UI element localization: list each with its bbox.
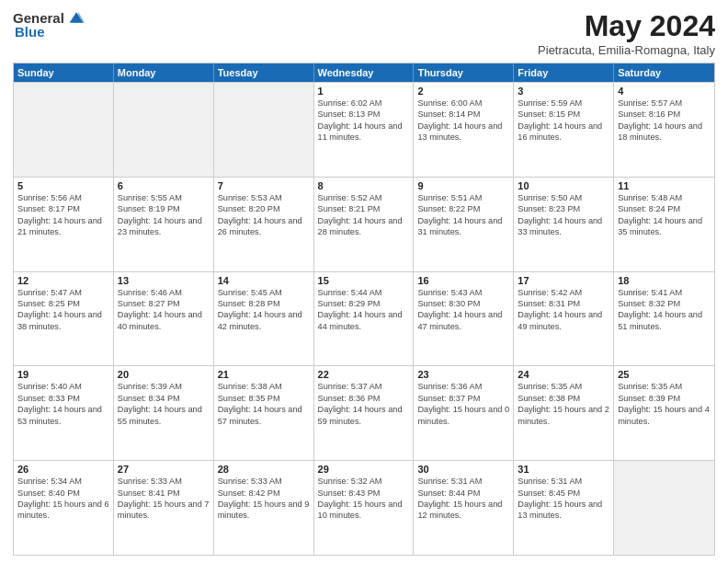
day-number: 31 (518, 464, 609, 475)
day-number: 9 (417, 180, 509, 191)
calendar-cell: 3Sunrise: 5:59 AMSunset: 8:15 PMDaylight… (514, 83, 614, 177)
sunrise-text: Sunrise: 5:40 AM (17, 381, 109, 392)
calendar-cell: 17Sunrise: 5:42 AMSunset: 8:31 PMDayligh… (514, 272, 614, 366)
calendar-row: 26Sunrise: 5:34 AMSunset: 8:40 PMDayligh… (14, 460, 714, 555)
calendar-cell: 15Sunrise: 5:44 AMSunset: 8:29 PMDayligh… (314, 272, 415, 366)
day-number: 28 (218, 464, 310, 475)
day-number: 12 (17, 275, 109, 286)
day-number: 16 (417, 275, 509, 286)
sunrise-text: Sunrise: 5:52 AM (318, 192, 410, 203)
calendar-cell: 30Sunrise: 5:31 AMSunset: 8:44 PMDayligh… (414, 461, 514, 555)
daylight-text: Daylight: 14 hours and 31 minutes. (417, 215, 509, 238)
calendar-row: 12Sunrise: 5:47 AMSunset: 8:25 PMDayligh… (14, 271, 714, 366)
calendar-cell: 20Sunrise: 5:39 AMSunset: 8:34 PMDayligh… (114, 366, 214, 460)
sunset-text: Sunset: 8:24 PM (618, 203, 711, 214)
day-number: 11 (618, 180, 711, 191)
sunset-text: Sunset: 8:28 PM (218, 298, 310, 309)
sunset-text: Sunset: 8:21 PM (318, 203, 410, 214)
day-number: 27 (118, 464, 210, 475)
sunset-text: Sunset: 8:16 PM (618, 109, 711, 120)
day-number: 29 (318, 464, 410, 475)
sunset-text: Sunset: 8:17 PM (17, 203, 109, 214)
daylight-text: Daylight: 14 hours and 18 minutes. (618, 121, 711, 144)
sunrise-text: Sunrise: 5:50 AM (518, 192, 609, 203)
calendar-cell: 13Sunrise: 5:46 AMSunset: 8:27 PMDayligh… (114, 272, 214, 366)
day-number: 1 (318, 86, 410, 97)
daylight-text: Daylight: 14 hours and 49 minutes. (518, 309, 609, 332)
weekday-header: Thursday (414, 63, 514, 82)
sunset-text: Sunset: 8:45 PM (518, 488, 609, 499)
sunrise-text: Sunrise: 5:33 AM (118, 476, 210, 487)
sunrise-text: Sunrise: 5:56 AM (17, 192, 109, 203)
daylight-text: Daylight: 14 hours and 28 minutes. (318, 215, 410, 238)
daylight-text: Daylight: 14 hours and 53 minutes. (17, 404, 109, 427)
sunrise-text: Sunrise: 5:51 AM (417, 192, 509, 203)
sunset-text: Sunset: 8:15 PM (518, 109, 609, 120)
sunrise-text: Sunrise: 5:53 AM (218, 192, 310, 203)
calendar-row: 1Sunrise: 6:02 AMSunset: 8:13 PMDaylight… (14, 82, 714, 177)
sunrise-text: Sunrise: 5:35 AM (518, 381, 609, 392)
day-number: 7 (218, 180, 310, 191)
sunset-text: Sunset: 8:33 PM (17, 393, 109, 404)
weekday-header: Friday (514, 63, 614, 82)
day-number: 20 (118, 369, 210, 380)
sunset-text: Sunset: 8:40 PM (17, 488, 109, 499)
sunrise-text: Sunrise: 5:48 AM (618, 192, 711, 203)
calendar-cell: 16Sunrise: 5:43 AMSunset: 8:30 PMDayligh… (414, 272, 514, 366)
day-number: 25 (618, 369, 711, 380)
sunset-text: Sunset: 8:36 PM (318, 393, 410, 404)
weekday-header: Monday (114, 63, 214, 82)
sunrise-text: Sunrise: 5:57 AM (618, 98, 711, 109)
sunrise-text: Sunrise: 5:33 AM (218, 476, 310, 487)
sunset-text: Sunset: 8:22 PM (417, 203, 509, 214)
sunset-text: Sunset: 8:39 PM (618, 393, 711, 404)
calendar-cell: 6Sunrise: 5:55 AMSunset: 8:19 PMDaylight… (114, 178, 214, 271)
sunset-text: Sunset: 8:30 PM (417, 298, 509, 309)
daylight-text: Daylight: 14 hours and 13 minutes. (417, 121, 509, 144)
sunset-text: Sunset: 8:25 PM (17, 298, 109, 309)
sunrise-text: Sunrise: 5:32 AM (318, 476, 410, 487)
daylight-text: Daylight: 14 hours and 23 minutes. (118, 215, 210, 238)
sunrise-text: Sunrise: 5:47 AM (17, 287, 109, 298)
daylight-text: Daylight: 14 hours and 57 minutes. (218, 404, 310, 427)
calendar-cell: 29Sunrise: 5:32 AMSunset: 8:43 PMDayligh… (314, 461, 415, 555)
sunset-text: Sunset: 8:37 PM (417, 393, 509, 404)
calendar-cell: 1Sunrise: 6:02 AMSunset: 8:13 PMDaylight… (314, 83, 415, 177)
sunset-text: Sunset: 8:43 PM (318, 488, 410, 499)
weekday-header: Sunday (14, 63, 114, 82)
day-number: 3 (518, 86, 609, 97)
sunrise-text: Sunrise: 5:34 AM (17, 476, 109, 487)
day-number: 10 (518, 180, 609, 191)
sunset-text: Sunset: 8:29 PM (318, 298, 410, 309)
sunrise-text: Sunrise: 6:02 AM (318, 98, 410, 109)
daylight-text: Daylight: 14 hours and 51 minutes. (618, 309, 711, 332)
calendar-cell: 7Sunrise: 5:53 AMSunset: 8:20 PMDaylight… (214, 178, 314, 271)
daylight-text: Daylight: 14 hours and 33 minutes. (518, 215, 609, 238)
calendar-cell: 23Sunrise: 5:36 AMSunset: 8:37 PMDayligh… (414, 366, 514, 460)
daylight-text: Daylight: 14 hours and 38 minutes. (17, 309, 109, 332)
day-number: 18 (618, 275, 711, 286)
daylight-text: Daylight: 15 hours and 4 minutes. (618, 404, 711, 427)
weekday-header: Wednesday (314, 63, 415, 82)
calendar-cell: 25Sunrise: 5:35 AMSunset: 8:39 PMDayligh… (614, 366, 714, 460)
sunset-text: Sunset: 8:19 PM (118, 203, 210, 214)
sunrise-text: Sunrise: 5:46 AM (118, 287, 210, 298)
day-number: 8 (318, 180, 410, 191)
sunset-text: Sunset: 8:38 PM (518, 393, 609, 404)
day-number: 2 (417, 86, 509, 97)
day-number: 19 (17, 369, 109, 380)
sunset-text: Sunset: 8:32 PM (618, 298, 711, 309)
calendar-header: SundayMondayTuesdayWednesdayThursdayFrid… (14, 63, 714, 82)
daylight-text: Daylight: 15 hours and 6 minutes. (17, 499, 109, 522)
page: General Blue May 2024 Pietracuta, Emilia… (0, 0, 728, 563)
day-number: 6 (118, 180, 210, 191)
sunset-text: Sunset: 8:34 PM (118, 393, 210, 404)
calendar-row: 5Sunrise: 5:56 AMSunset: 8:17 PMDaylight… (14, 177, 714, 271)
calendar-cell: 28Sunrise: 5:33 AMSunset: 8:42 PMDayligh… (214, 461, 314, 555)
daylight-text: Daylight: 14 hours and 55 minutes. (118, 404, 210, 427)
day-number: 4 (618, 86, 711, 97)
sunset-text: Sunset: 8:31 PM (518, 298, 609, 309)
calendar-cell: 21Sunrise: 5:38 AMSunset: 8:35 PMDayligh… (214, 366, 314, 460)
day-number: 26 (17, 464, 109, 475)
calendar-cell (614, 461, 714, 555)
